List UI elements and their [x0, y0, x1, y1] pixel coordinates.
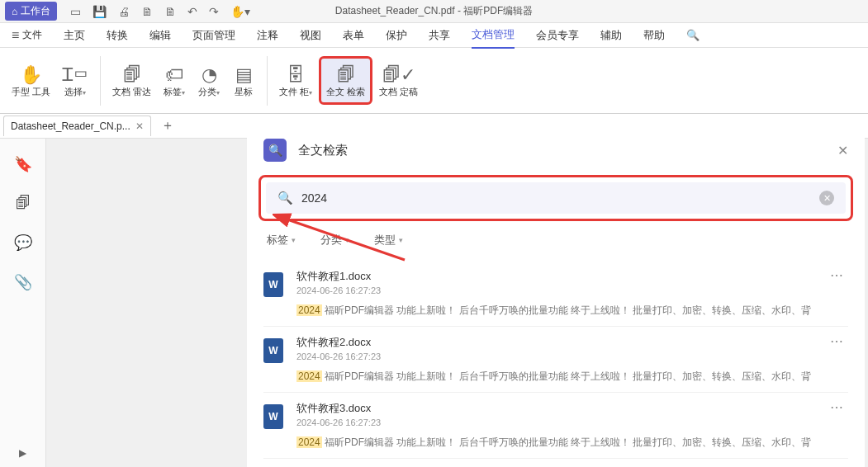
cabinet-icon: 🗄 [287, 64, 305, 87]
title-bar: ⌂ 工作台 ▭ 💾 🖨 🗎 🗎 ↶ ↷ ✋▾ Datasheet_Reader_… [0, 0, 868, 23]
close-panel-button[interactable]: ✕ [837, 143, 848, 158]
add-file-icon[interactable]: 🗎 [164, 5, 176, 18]
fulltext-icon: 🗐 [337, 64, 355, 87]
file-menu-label: 文件 [22, 28, 42, 42]
fulltext-search-panel: 🔍 全文检索 ✕ 🔍 ✕ 标签▾ 分类▾ 类型▾ W 软件教程1.docx 20… [247, 125, 865, 467]
tab-title: Datasheet_Reader_CN.p... [11, 120, 130, 132]
word-doc-icon: W [263, 404, 283, 429]
undo-icon[interactable]: ↶ [187, 5, 197, 18]
comment-icon[interactable]: 💬 [14, 234, 32, 252]
filter-type[interactable]: 类型▾ [374, 233, 403, 248]
menu-doc-manage[interactable]: 文档管理 [472, 22, 515, 49]
search-icon: 🔍 [277, 191, 293, 205]
file-icon[interactable]: 🗎 [141, 5, 153, 18]
close-tab-icon[interactable]: ✕ [135, 120, 144, 132]
app-title: Datasheet_Reader_CN.pdf - 福昕PDF编辑器 [335, 4, 533, 18]
tool-star[interactable]: ▤ 星标 [227, 59, 260, 102]
star-icon: ▤ [235, 64, 253, 87]
print-icon[interactable]: 🖨 [118, 5, 130, 18]
file-menu[interactable]: ≡ 文件 [12, 28, 42, 43]
clear-search-button[interactable]: ✕ [819, 191, 834, 205]
result-snippet: 2024 福昕PDF编辑器 功能上新啦！ 后台千呼万唤的批量功能 终于上线啦！ … [296, 304, 848, 318]
attachment-icon[interactable]: 📎 [14, 273, 32, 291]
result-more-button[interactable]: ⋯ [830, 267, 845, 283]
menu-assist[interactable]: 辅助 [600, 23, 622, 48]
radar-icon: 🗐 [123, 64, 141, 87]
menu-view[interactable]: 视图 [300, 23, 321, 48]
workbench-label: 工作台 [21, 4, 50, 18]
search-filters: 标签▾ 分类▾ 类型▾ [247, 221, 865, 259]
menu-page[interactable]: 页面管理 [192, 23, 235, 48]
save-icon[interactable]: 💾 [92, 5, 107, 18]
menu-search-icon[interactable]: 🔍 [686, 24, 700, 46]
workbench-button[interactable]: ⌂ 工作台 [5, 2, 57, 21]
filter-tags[interactable]: 标签▾ [267, 233, 296, 248]
classify-icon: ◔ [202, 64, 217, 87]
tag-icon: 🏷 [165, 64, 183, 87]
result-snippet: 2024 福昕PDF编辑器 功能上新啦！ 后台千呼万唤的批量功能 终于上线啦！ … [296, 436, 848, 450]
tool-fulltext-search[interactable]: 🗐 全文 检索 [319, 56, 372, 105]
result-title: 软件教程3.docx [296, 401, 848, 416]
menu-edit[interactable]: 编辑 [149, 23, 171, 48]
result-item[interactable]: W 软件教程2.docx 2024-06-26 16:27:23 2024 福昕… [263, 327, 848, 393]
word-doc-icon: W [263, 272, 283, 297]
result-snippet: 2024 福昕PDF编辑器 功能上新啦！ 后台千呼万唤的批量功能 终于上线啦！ … [296, 370, 848, 384]
tool-hand[interactable]: ✋ 手型 工具 [7, 59, 55, 102]
menu-annotate[interactable]: 注释 [257, 23, 278, 48]
result-title: 软件教程1.docx [296, 269, 848, 284]
result-more-button[interactable]: ⋯ [830, 399, 845, 415]
result-more-button[interactable]: ⋯ [830, 333, 845, 349]
result-title: 软件教程2.docx [296, 335, 848, 350]
filter-classify[interactable]: 分类▾ [320, 233, 349, 248]
separator [267, 56, 268, 106]
result-date: 2024-06-26 16:27:23 [296, 417, 848, 427]
search-box[interactable]: 🔍 ✕ [266, 182, 846, 214]
quick-actions: ▭ 💾 🖨 🗎 🗎 ↶ ↷ ✋▾ [70, 5, 250, 18]
result-date: 2024-06-26 16:27:23 [296, 351, 848, 361]
menu-protect[interactable]: 保护 [386, 23, 407, 48]
hamburger-icon: ≡ [12, 28, 19, 43]
panel-header-icon: 🔍 [263, 139, 287, 162]
tool-tags[interactable]: 🏷 标签▾ [158, 59, 191, 102]
collapse-icon[interactable]: ▶ [19, 447, 26, 459]
redo-icon[interactable]: ↷ [209, 5, 219, 18]
menu-convert[interactable]: 转换 [107, 23, 128, 48]
select-icon: Ꮖ▭ [62, 64, 88, 87]
side-panel: 🔖 🗐 💬 📎 ▶ [0, 139, 46, 467]
tool-cabinet[interactable]: 🗄 文件 柜▾ [274, 59, 317, 102]
result-item[interactable]: W 软件教程3.docx 2024-06-26 16:27:23 2024 福昕… [263, 393, 848, 459]
add-tab-button[interactable]: ＋ [161, 117, 174, 134]
word-doc-icon: W [263, 338, 283, 363]
hand-icon[interactable]: ✋▾ [230, 5, 250, 18]
document-tab[interactable]: Datasheet_Reader_CN.p... ✕ [3, 116, 151, 136]
search-input[interactable] [301, 191, 811, 205]
bookmark-icon[interactable]: 🔖 [14, 155, 32, 173]
hand-tool-icon: ✋ [20, 64, 42, 87]
menu-form[interactable]: 表单 [343, 23, 364, 48]
search-box-highlight: 🔍 ✕ [259, 175, 853, 221]
menu-home[interactable]: 主页 [64, 23, 85, 48]
home-icon: ⌂ [12, 6, 17, 17]
tool-select[interactable]: Ꮖ▭ 选择▾ [57, 59, 93, 102]
separator [100, 56, 101, 106]
panel-title: 全文检索 [298, 143, 348, 158]
toolbar: ✋ 手型 工具 Ꮖ▭ 选择▾ 🗐 文档 雷达 🏷 标签▾ ◔ 分类▾ ▤ 星标 … [0, 48, 868, 114]
draft-icon: 🗐✓ [382, 64, 415, 87]
open-icon[interactable]: ▭ [70, 5, 81, 18]
menu-share[interactable]: 共享 [429, 23, 450, 48]
menu-member[interactable]: 会员专享 [536, 23, 579, 48]
pages-icon[interactable]: 🗐 [16, 195, 31, 212]
menu-help[interactable]: 帮助 [643, 23, 665, 48]
panel-header: 🔍 全文检索 ✕ [247, 125, 865, 175]
menu-bar: ≡ 文件 主页 转换 编辑 页面管理 注释 视图 表单 保护 共享 文档管理 会… [0, 23, 868, 48]
tool-draft[interactable]: 🗐✓ 文档 定稿 [374, 59, 423, 102]
result-date: 2024-06-26 16:27:23 [296, 285, 848, 295]
result-item[interactable]: W 软件教程1.docx 2024-06-26 16:27:23 2024 福昕… [263, 261, 848, 327]
tool-radar[interactable]: 🗐 文档 雷达 [107, 59, 156, 102]
tool-classify[interactable]: ◔ 分类▾ [192, 59, 225, 102]
search-results: W 软件教程1.docx 2024-06-26 16:27:23 2024 福昕… [247, 259, 865, 460]
